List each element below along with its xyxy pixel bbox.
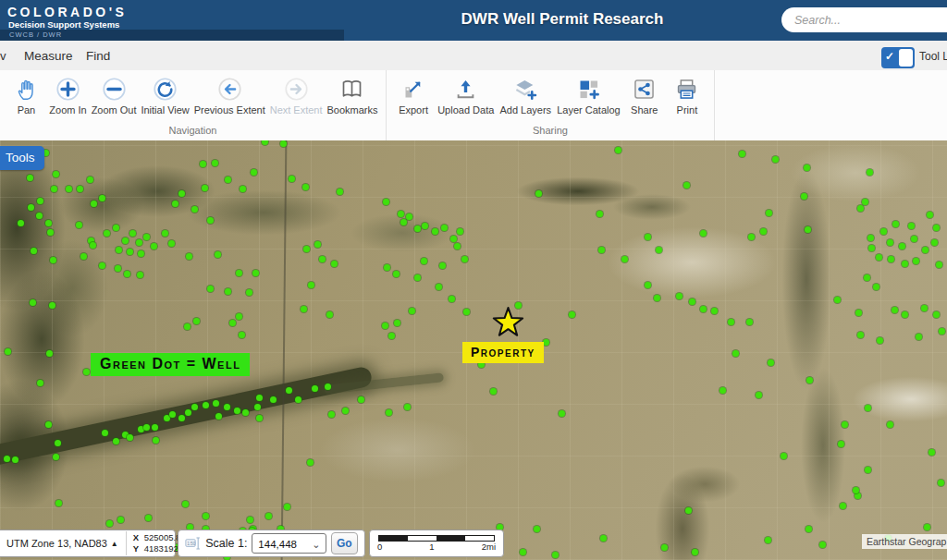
well-dot[interactable] <box>319 256 326 262</box>
well-dot[interactable] <box>106 520 113 527</box>
well-dot[interactable] <box>302 184 309 190</box>
bookmarks-button[interactable]: Bookmarks <box>326 77 377 116</box>
well-dot[interactable] <box>924 524 930 530</box>
well-dot[interactable] <box>113 225 119 231</box>
well-dot[interactable] <box>83 369 90 375</box>
well-dot[interactable] <box>877 337 883 344</box>
well-dot[interactable] <box>748 234 755 240</box>
well-dot[interactable] <box>719 387 726 394</box>
well-dot[interactable] <box>137 272 143 278</box>
well-dot[interactable] <box>441 225 448 231</box>
pan-button[interactable]: Pan <box>7 77 44 116</box>
search-box[interactable] <box>781 7 947 32</box>
well-dot[interactable] <box>325 383 331 390</box>
well-dot[interactable] <box>55 440 61 446</box>
well-dot[interactable] <box>936 262 942 268</box>
well-dot[interactable] <box>902 261 908 267</box>
well-dot[interactable] <box>234 408 240 414</box>
well-dot[interactable] <box>543 339 549 346</box>
menu-item-find[interactable]: Find <box>86 49 110 63</box>
well-dot[interactable] <box>855 310 862 316</box>
well-dot[interactable] <box>49 302 55 309</box>
well-dot[interactable] <box>247 517 253 523</box>
well-dot[interactable] <box>887 239 893 246</box>
well-dot[interactable] <box>873 284 879 290</box>
well-dot[interactable] <box>99 262 105 269</box>
well-dot[interactable] <box>207 286 214 292</box>
well-dot[interactable] <box>876 254 882 261</box>
well-dot[interactable] <box>661 544 668 551</box>
well-dot[interactable] <box>37 380 43 386</box>
well-dot[interactable] <box>203 402 209 408</box>
well-dot[interactable] <box>867 169 873 176</box>
well-dot[interactable] <box>922 247 929 253</box>
well-dot[interactable] <box>295 396 301 403</box>
well-dot[interactable] <box>136 239 142 246</box>
well-dot[interactable] <box>535 190 542 197</box>
well-dot[interactable] <box>117 517 124 523</box>
well-dot[interactable] <box>685 507 692 514</box>
well-dot[interactable] <box>857 332 864 338</box>
well-dot[interactable] <box>308 282 314 288</box>
well-dot[interactable] <box>87 177 93 183</box>
search-input[interactable] <box>793 11 926 30</box>
well-dot[interactable] <box>229 320 236 326</box>
well-dot[interactable] <box>5 348 11 355</box>
zoom-in-button[interactable]: Zoom In <box>49 77 86 116</box>
menu-item-partial[interactable]: v <box>0 49 8 63</box>
well-dot[interactable] <box>842 421 848 428</box>
well-dot[interactable] <box>689 298 695 305</box>
well-dot[interactable] <box>656 247 662 253</box>
well-dot[interactable] <box>880 228 887 235</box>
well-dot[interactable] <box>888 256 894 262</box>
well-dot[interactable] <box>331 261 338 267</box>
well-dot[interactable] <box>178 190 185 197</box>
well-dot[interactable] <box>414 274 421 281</box>
well-dot[interactable] <box>439 262 446 269</box>
well-dot[interactable] <box>242 409 249 416</box>
well-dot[interactable] <box>711 308 718 314</box>
well-dot[interactable] <box>801 193 807 200</box>
well-dot[interactable] <box>449 296 455 302</box>
well-dot[interactable] <box>202 185 208 191</box>
well-dot[interactable] <box>654 295 660 301</box>
well-dot[interactable] <box>409 308 415 314</box>
well-dot[interactable] <box>153 437 159 444</box>
well-dot[interactable] <box>138 250 144 257</box>
well-dot[interactable] <box>388 333 395 339</box>
well-dot[interactable] <box>225 288 231 295</box>
well-dot[interactable] <box>289 176 295 182</box>
well-dot[interactable] <box>122 237 129 244</box>
well-dot[interactable] <box>404 404 411 410</box>
well-dot[interactable] <box>184 323 191 330</box>
well-dot[interactable] <box>840 503 846 509</box>
well-dot[interactable] <box>191 404 198 410</box>
well-dot[interactable] <box>819 542 826 548</box>
well-dot[interactable] <box>4 456 10 462</box>
chevron-up-icon[interactable]: ▲ <box>111 540 118 548</box>
well-dot[interactable] <box>303 246 310 252</box>
well-dot[interactable] <box>254 404 261 410</box>
well-dot[interactable] <box>382 323 388 329</box>
well-dot[interactable] <box>76 222 82 228</box>
well-dot[interactable] <box>46 350 53 357</box>
well-dot[interactable] <box>838 441 844 447</box>
well-dot[interactable] <box>45 421 52 428</box>
well-dot[interactable] <box>683 182 690 189</box>
well-dot[interactable] <box>301 306 307 312</box>
well-dot[interactable] <box>225 177 231 183</box>
well-dot[interactable] <box>251 169 257 176</box>
well-dot[interactable] <box>864 274 870 281</box>
well-dot[interactable] <box>805 226 811 233</box>
well-dot[interactable] <box>162 230 168 237</box>
well-dot[interactable] <box>384 264 390 271</box>
well-dot[interactable] <box>193 318 200 324</box>
well-dot[interactable] <box>400 219 407 225</box>
well-dot[interactable] <box>337 189 343 195</box>
well-dot[interactable] <box>892 221 899 227</box>
well-dot[interactable] <box>386 409 392 416</box>
well-dot[interactable] <box>328 411 335 418</box>
well-dot[interactable] <box>756 392 762 398</box>
add-layers-button[interactable]: Add Layers <box>499 77 551 116</box>
well-dot[interactable] <box>781 453 787 459</box>
